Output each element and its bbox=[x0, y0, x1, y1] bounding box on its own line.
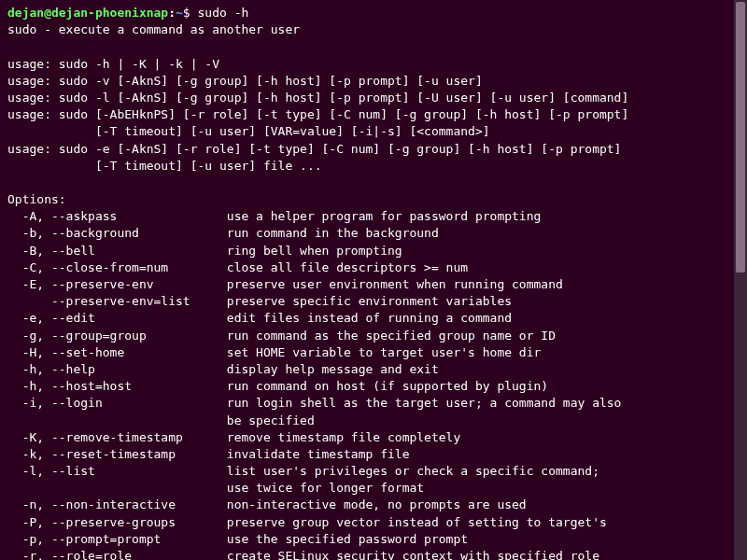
option-row: -g, --group=group run command as the spe… bbox=[7, 329, 556, 343]
option-row: -H, --set-home set HOME variable to targ… bbox=[7, 345, 541, 359]
scrollbar-thumb[interactable] bbox=[736, 2, 745, 273]
option-row: -n, --non-interactive non-interactive mo… bbox=[7, 497, 527, 511]
options-list: -A, --askpass use a helper program for p… bbox=[7, 208, 740, 560]
option-row: -A, --askpass use a helper program for p… bbox=[7, 209, 541, 223]
option-row: -E, --preserve-env preserve user environ… bbox=[7, 277, 563, 291]
option-row: -k, --reset-timestamp invalidate timesta… bbox=[7, 447, 409, 461]
option-row: -b, --background run command in the back… bbox=[7, 226, 439, 240]
option-row: -B, --bell ring bell when prompting bbox=[7, 244, 402, 258]
header-line: sudo - execute a command as another user bbox=[7, 22, 300, 36]
prompt-user-host: dejan@dejan-phoenixnap bbox=[7, 6, 168, 20]
option-row: -l, --list list user's privileges or che… bbox=[7, 464, 599, 478]
option-row: be specified bbox=[7, 413, 315, 427]
terminal-output[interactable]: dejan@dejan-phoenixnap:~$ sudo -h sudo -… bbox=[7, 5, 740, 560]
options-header: Options: bbox=[7, 192, 66, 206]
usage-line: [-T timeout] [-u user] [VAR=value] [-i|-… bbox=[7, 124, 490, 138]
option-row: -h, --host=host run command on host (if … bbox=[7, 379, 548, 393]
usage-line: usage: sudo -h | -K | -k | -V bbox=[7, 57, 219, 71]
usage-line: usage: sudo -v [-AknS] [-g group] [-h ho… bbox=[7, 74, 483, 88]
usage-line: usage: sudo -e [-AknS] [-r role] [-t typ… bbox=[7, 142, 621, 156]
option-row: -e, --edit edit files instead of running… bbox=[7, 311, 512, 325]
option-row: -K, --remove-timestamp remove timestamp … bbox=[7, 430, 460, 444]
command-text: sudo -h bbox=[198, 6, 249, 20]
option-row: -h, --help display help message and exit bbox=[7, 362, 439, 376]
prompt-path: ~ bbox=[176, 6, 183, 20]
usage-line: usage: sudo -l [-AknS] [-g group] [-h ho… bbox=[7, 91, 628, 105]
option-row: -r, --role=role create SELinux security … bbox=[7, 549, 599, 560]
option-row: use twice for longer format bbox=[7, 481, 424, 495]
prompt-symbol: $ bbox=[183, 6, 190, 20]
usage-line: usage: sudo [-AbEHknPS] [-r role] [-t ty… bbox=[7, 107, 628, 121]
scrollbar-track[interactable] bbox=[734, 0, 747, 560]
option-row: -C, --close-from=num close all file desc… bbox=[7, 260, 468, 274]
prompt-separator: : bbox=[168, 6, 176, 20]
option-row: -P, --preserve-groups preserve group vec… bbox=[7, 515, 607, 529]
option-row: --preserve-env=list preserve specific en… bbox=[7, 294, 512, 308]
option-row: -i, --login run login shell as the targe… bbox=[7, 396, 621, 410]
usage-line: [-T timeout] [-u user] file ... bbox=[7, 159, 322, 173]
option-row: -p, --prompt=prompt use the specified pa… bbox=[7, 532, 468, 546]
